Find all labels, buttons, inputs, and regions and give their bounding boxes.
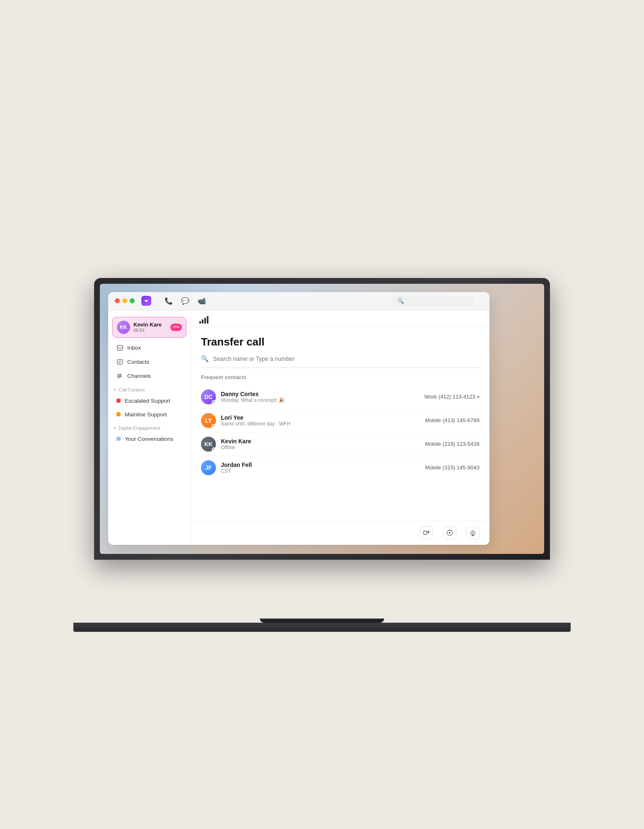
action-bar	[191, 521, 489, 545]
status-dot-danny	[212, 400, 216, 404]
phone-dropdown-danny-icon[interactable]: ▾	[477, 394, 479, 400]
svg-line-4	[118, 374, 119, 378]
contact-name-kevin: Kevin Kare	[221, 438, 420, 445]
contact-name-danny: Danny Cortes	[221, 391, 419, 397]
sidebar-item-contacts[interactable]: Contacts	[111, 355, 188, 369]
contact-phone-type-kevin: Mobile	[425, 441, 441, 447]
inbox-icon	[116, 345, 123, 351]
end-call-button[interactable]	[170, 324, 182, 331]
traffic-lights	[115, 298, 135, 303]
contact-row-danny-cortes[interactable]: DC Danny Cortes Monday. What a concept! …	[201, 385, 479, 409]
sidebar-item-escalated-support[interactable]: Escalated Support	[111, 394, 188, 407]
contact-row-lori-yee[interactable]: LY Lori Yee Same shirt, different day - …	[201, 409, 479, 433]
contact-phone-lori[interactable]: Mobile (413) 145-6789	[425, 417, 479, 423]
video-nav-icon[interactable]: 📹	[198, 297, 206, 305]
contact-phone-number-kevin: (216) 123-5428	[443, 441, 479, 447]
active-call-duration: 06:01	[133, 328, 167, 333]
active-call-info: Kevin Kare 06:01	[133, 321, 167, 333]
close-button[interactable]	[115, 298, 120, 303]
status-dot-kevin	[212, 447, 216, 452]
contact-phone-number-lori: (413) 145-6789	[443, 417, 479, 423]
digital-engagement-chevron-icon[interactable]: ▾	[114, 425, 116, 430]
contact-phone-type-danny: Work	[424, 394, 437, 400]
title-bar: 📞 💬 📹 🔍	[108, 292, 489, 310]
call-centers-section-header: ▾ Call Centers	[108, 383, 191, 394]
svg-rect-8	[424, 531, 427, 534]
contact-phone-number-jordan: (315) 145-9043	[443, 464, 479, 471]
contact-phone-type-jordan: Mobile	[425, 464, 441, 471]
contact-info-jordan: Jordan Fell CST	[221, 462, 420, 474]
your-conversations-label: Your Conversations	[125, 436, 173, 442]
sidebar-item-your-conversations[interactable]: Your Conversations	[111, 433, 188, 445]
escalated-support-dot-icon	[116, 399, 121, 403]
chat-nav-icon[interactable]: 💬	[181, 297, 189, 305]
call-centers-label: Call Centers	[119, 387, 145, 392]
minimize-button[interactable]	[122, 298, 127, 303]
transfer-call-panel: Transfer call 🔍 Frequent contacts	[191, 327, 489, 521]
search-bar-icon: 🔍	[397, 298, 404, 304]
call-centers-chevron-icon[interactable]: ▾	[114, 387, 116, 392]
contact-name-jordan: Jordan Fell	[221, 462, 420, 468]
contacts-icon	[116, 359, 123, 365]
status-dot-lori	[212, 424, 216, 428]
dial-icon-btn[interactable]	[443, 526, 456, 539]
active-call-name: Kevin Kare	[133, 321, 167, 328]
contact-phone-type-lori: Mobile	[425, 417, 441, 423]
svg-point-10	[449, 532, 450, 534]
transfer-search-container[interactable]: 🔍	[201, 355, 479, 368]
app-logo-icon	[141, 296, 151, 306]
contact-phone-danny[interactable]: Work (412) 113-4123 ▾	[424, 394, 479, 400]
transfer-icon-btn[interactable]	[420, 526, 433, 539]
channels-icon	[116, 373, 123, 379]
channels-label: Channels	[127, 373, 151, 379]
inbox-label: Inbox	[127, 345, 141, 351]
global-search-bar[interactable]: 🔍	[392, 296, 475, 306]
sidebar-item-mainline-support[interactable]: Mainline Support	[111, 408, 188, 421]
contact-phone-number-danny: (412) 113-4123	[438, 394, 475, 400]
contact-avatar-danny: DC	[201, 389, 216, 404]
contact-status-jordan: CST	[221, 468, 420, 474]
active-call-avatar: KK	[117, 321, 130, 334]
panel-header	[191, 310, 489, 327]
phone-nav-icon[interactable]: 📞	[165, 297, 173, 305]
transfer-search-input[interactable]	[213, 355, 479, 362]
escalated-support-label: Escalated Support	[125, 398, 170, 404]
frequent-contacts-label: Frequent contacts	[201, 375, 479, 380]
contacts-label: Contacts	[127, 359, 149, 365]
transfer-search-icon: 🔍	[201, 355, 209, 363]
digital-engagement-label: Digital Engagement	[119, 425, 160, 430]
your-conversations-dot-icon	[116, 437, 121, 441]
contact-info-kevin: Kevin Kare Offline	[221, 438, 420, 450]
contact-name-lori: Lori Yee	[221, 414, 420, 421]
digital-engagement-section-header: ▾ Digital Engagement	[108, 421, 191, 432]
contact-status-kevin: Offline	[221, 445, 420, 450]
contact-status-lori: Same shirt, different day - WFH	[221, 421, 420, 427]
mute-icon-btn[interactable]	[466, 526, 479, 539]
contact-avatar-lori: LY	[201, 413, 216, 428]
active-call-card[interactable]: KK Kevin Kare 06:01	[112, 317, 186, 338]
sidebar-item-inbox[interactable]: Inbox	[111, 341, 188, 355]
contact-info-danny: Danny Cortes Monday. What a concept! 🎉	[221, 391, 419, 403]
contact-avatar-jordan: JF	[201, 460, 216, 475]
mainline-support-dot-icon	[116, 412, 121, 416]
sidebar: KK Kevin Kare 06:01	[108, 310, 191, 545]
svg-rect-1	[117, 360, 123, 364]
contact-row-jordan-fell[interactable]: JF Jordan Fell CST Mobile (315) 145-9043	[201, 456, 479, 479]
contact-phone-jordan[interactable]: Mobile (315) 145-9043	[425, 464, 479, 471]
mainline-support-label: Mainline Support	[125, 411, 167, 418]
contact-phone-kevin[interactable]: Mobile (216) 123-5428	[425, 441, 479, 447]
contact-status-danny: Monday. What a concept! 🎉	[221, 397, 419, 403]
right-panel: Transfer call 🔍 Frequent contacts	[191, 310, 489, 545]
svg-line-5	[120, 374, 121, 378]
contact-row-kevin-kare[interactable]: KK Kevin Kare Offline Mobile (216) 123-5…	[201, 433, 479, 456]
sidebar-item-channels[interactable]: Channels	[111, 370, 188, 383]
nav-icons: 📞 💬 📹	[165, 297, 206, 305]
transfer-call-title: Transfer call	[201, 336, 479, 348]
signal-bars-icon	[199, 316, 208, 324]
contact-avatar-kevin: KK	[201, 437, 216, 452]
maximize-button[interactable]	[130, 298, 135, 303]
contact-info-lori: Lori Yee Same shirt, different day - WFH	[221, 414, 420, 427]
